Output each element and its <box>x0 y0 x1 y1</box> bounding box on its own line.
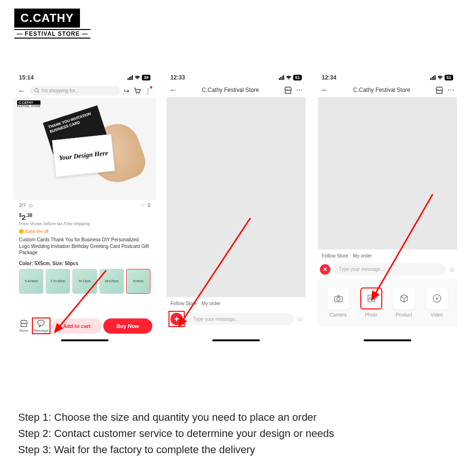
chat-header: ← C.Cathy Festival Store ⋯ <box>316 84 459 96</box>
message-input[interactable]: Type your message... <box>333 263 446 275</box>
store-button[interactable]: Store <box>17 318 30 334</box>
battery-icon: 51 <box>445 75 453 80</box>
attach-photo[interactable]: Photo <box>360 288 382 317</box>
svg-point-3 <box>139 93 139 94</box>
follow-store-tab[interactable]: Follow Store <box>322 253 348 258</box>
wifi-icon <box>134 75 140 80</box>
step-3: Step 3: Wait for the factory to complete… <box>18 442 334 458</box>
svg-point-11 <box>337 298 340 301</box>
battery-icon: 51 <box>293 75 302 80</box>
price-note: Price shown before tax,Free shipping <box>19 221 150 226</box>
message-input-row: ✕ Type your message... ☺ <box>316 261 459 277</box>
phone-screenshot-1: 15:14 39 ← I'm shopping for... ↪ ⋮ C.CAT… <box>13 71 156 343</box>
attach-product[interactable]: Product <box>393 288 415 317</box>
chat-header: ← C.Cathy Festival Store ⋯ <box>165 84 307 96</box>
back-icon[interactable]: ← <box>169 86 177 94</box>
swatch-option[interactable]: 9×13cm <box>72 269 97 294</box>
step-2: Step 2: Contact customer service to dete… <box>18 426 334 442</box>
svg-point-0 <box>35 89 38 92</box>
battery-icon: 39 <box>142 75 150 80</box>
svg-line-1 <box>38 92 40 93</box>
svg-point-5 <box>40 322 40 323</box>
attach-camera[interactable]: Camera <box>327 288 349 317</box>
chat-title: C.Cathy Festival Store <box>181 87 280 93</box>
follow-store-tab[interactable]: Follow Store <box>170 301 197 306</box>
watermark-logo: C.CATHY FESTIVAL STORE <box>17 100 40 108</box>
variant-label: Color: 5X5cm, Size: 50pcs <box>13 258 156 269</box>
status-icons: 51 <box>430 75 453 80</box>
add-to-cart-button[interactable]: Add to cart <box>52 318 101 334</box>
attach-video[interactable]: Video <box>426 288 448 317</box>
emoji-icon[interactable]: ☺ <box>297 315 304 323</box>
message-input-row: + Type your message... ☺ <box>165 309 307 329</box>
clock: 15:14 <box>19 74 34 81</box>
logo-subtitle: — FESTIVAL STORE — <box>14 29 90 39</box>
back-icon[interactable]: ← <box>18 87 26 95</box>
svg-point-13 <box>369 297 371 298</box>
signal-icon <box>128 75 133 80</box>
store-icon[interactable] <box>284 86 292 94</box>
home-indicator <box>364 339 411 341</box>
my-order-tab[interactable]: My order <box>202 301 220 306</box>
product-price: $2.38 <box>19 213 32 221</box>
my-order-tab[interactable]: My order <box>353 253 372 258</box>
emoji-icon[interactable]: ☺ <box>448 266 455 273</box>
swatch-option-selected[interactable]: 5×5cm <box>126 269 150 294</box>
chat-title: C.Cathy Festival Store <box>332 87 431 93</box>
svg-point-7 <box>42 322 43 323</box>
status-bar: 12:33 51 <box>165 71 307 84</box>
svg-point-2 <box>136 93 137 94</box>
message-button[interactable]: Message <box>32 317 50 334</box>
search-placeholder: I'm shopping for... <box>41 88 79 93</box>
share-icon[interactable]: ↪ <box>124 87 129 95</box>
instruction-steps: Step 1: Choose the size and quantity you… <box>18 409 334 458</box>
attach-plus-button[interactable]: + <box>170 313 183 325</box>
wifi-icon <box>286 75 292 80</box>
home-indicator <box>61 339 109 341</box>
white-card-text: Your Design Here <box>52 134 115 177</box>
message-input[interactable]: Type your message... <box>188 313 294 325</box>
discount-badge: Extra 5% off <box>13 228 156 235</box>
product-icon <box>399 293 409 304</box>
search-input[interactable]: I'm shopping for... <box>30 86 120 96</box>
chat-tabs: Follow Store My order <box>165 298 307 309</box>
phone-screenshot-2: 12:33 51 ← C.Cathy Festival Store ⋯ Foll… <box>165 71 307 343</box>
store-icon[interactable] <box>435 86 444 94</box>
chat-tabs: Follow Store My order <box>316 250 459 261</box>
camera-icon <box>333 293 344 304</box>
brand-logo: C.CATHY — FESTIVAL STORE — <box>14 9 90 39</box>
logo-text: C.CATHY <box>14 9 80 28</box>
svg-point-6 <box>41 322 42 323</box>
attachment-grid: Camera Photo Product Video <box>318 279 457 326</box>
product-image[interactable]: C.CATHY FESTIVAL STORE THANK YOU INVITAT… <box>13 98 156 200</box>
video-icon <box>432 293 442 304</box>
more-icon[interactable]: ⋮ <box>145 87 151 95</box>
image-index: 2/7 <box>19 203 26 208</box>
status-icons: 51 <box>279 75 302 80</box>
phone-screenshot-3: 12:34 51 ← C.Cathy Festival Store ⋯ Foll… <box>316 71 459 343</box>
swatch-option[interactable]: 5.4×9cm <box>19 269 43 294</box>
cart-icon[interactable] <box>133 87 141 95</box>
more-icon[interactable]: ⋯ <box>296 86 303 94</box>
product-title: Custom Cards Thank You for Business DIY … <box>13 235 156 258</box>
swatch-option[interactable]: 10×15cm <box>99 269 124 294</box>
search-icon <box>34 88 40 93</box>
back-icon[interactable]: ← <box>321 86 328 94</box>
top-nav: ← I'm shopping for... ↪ ⋮ <box>13 84 156 98</box>
status-icons: 39 <box>128 75 150 80</box>
clock: 12:34 <box>322 74 337 81</box>
chat-body[interactable] <box>167 97 306 297</box>
like-button[interactable]: ♡ 0 <box>141 203 150 208</box>
step-1: Step 1: Choose the size and quantity you… <box>18 409 334 426</box>
variant-swatches: 5.4×9cm 7.5×10cm 9×13cm 10×15cm 5×5cm <box>13 269 156 294</box>
photo-icon <box>366 293 377 304</box>
buy-now-button[interactable]: Buy Now <box>103 318 152 334</box>
image-counter-bar: 2/7 ▷ ♡ 0 <box>13 200 156 211</box>
attach-close-button[interactable]: ✕ <box>320 264 330 275</box>
status-bar: 12:34 51 <box>316 71 459 84</box>
chat-body[interactable] <box>318 97 457 249</box>
clock: 12:33 <box>170 74 185 81</box>
swatch-option[interactable]: 7.5×10cm <box>46 269 70 294</box>
bottom-action-bar: Store Message Add to cart Buy Now <box>13 317 156 334</box>
more-icon[interactable]: ⋯ <box>447 86 454 94</box>
